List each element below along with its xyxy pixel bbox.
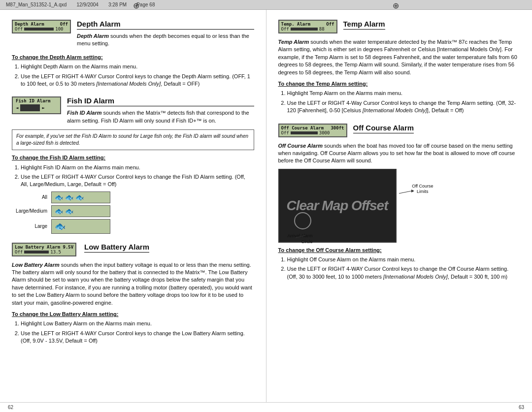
temp-widget-off: Off — [326, 22, 334, 27]
fish-arrow-left: ◄ — [16, 105, 18, 110]
temp-intl-note: [International Models Only] — [363, 107, 427, 113]
offcourse-widget-label: Off Course Alarm — [281, 126, 324, 130]
fish-all-icons: 🐟 🐟 🐟 — [51, 191, 110, 203]
fish-steps: Highlight Fish ID Alarm on the Alarms ma… — [21, 164, 254, 189]
offcourse-step-2: Use the LEFT or RIGHT 4-WAY Cursor Contr… — [287, 265, 521, 281]
off-course-title: Off Course Alarm — [353, 124, 414, 133]
reg-mark-right: ⊕ — [393, 1, 399, 10]
footer-right-page: 63 — [519, 405, 524, 410]
fish-large-row: Large 🐟 — [12, 219, 140, 234]
depth-alarm-title: Depth Alarm — [77, 20, 254, 30]
temp-bar — [291, 28, 318, 31]
temp-alarm-section: Temp. Alarm Off Off 88 Temp Alarm — [278, 20, 521, 115]
depth-alarm-widget: Depth Alarm Off Off 100 — [12, 20, 71, 33]
low-battery-intro: Low Battery Alarm sounds when the input … — [12, 261, 254, 307]
depth-widget-label: Depth Alarm — [15, 22, 44, 27]
offcourse-steps: Highlight Off Course Alarm on the Alarms… — [287, 256, 521, 281]
fish-largemedium-label: Large/Medium — [12, 208, 51, 214]
header-date: 12/9/2004 — [76, 2, 99, 7]
fish-icon-md2: 🐟 — [55, 207, 63, 215]
temp-step-1: Highlight Temp Alarm on the Alarms main … — [287, 90, 521, 97]
lowbat-step-1: Highlight Low Battery Alarm on the Alarm… — [21, 320, 254, 327]
low-battery-title: Low Battery Alarm — [84, 243, 149, 253]
fish-step-2: Use the LEFT or RIGHT 4-WAY Cursor Contr… — [21, 173, 254, 189]
depth-step-1: Highlight Depth Alarm on the Alarms main… — [21, 63, 254, 70]
fish-size-table: All 🐟 🐟 🐟 Large/Medium 🐟 🐟 — [12, 191, 140, 234]
depth-change-heading: To change the Depth Alarm setting: — [12, 54, 254, 61]
temp-intro-bold: Temp Alarm — [278, 39, 309, 45]
off-course-map-text: Clear Map Offset — [287, 198, 388, 214]
low-battery-widget: Low Battery Alarm 9.5V Off 13.5 — [12, 243, 76, 256]
offcourse-intro-bold: Off Course Alarm — [278, 143, 323, 149]
page-footer: 62 63 — [0, 402, 532, 412]
fish-icon-lg3: 🐟 — [55, 221, 66, 232]
offcourse-change-heading: To change the Off Course Alarm setting: — [278, 247, 521, 254]
lowbat-step-2: Use the LEFT or RIGHT 4-WAY Cursor Contr… — [21, 330, 254, 345]
fish-id-widget: Fish ID Alarm ◄ ► — [12, 96, 61, 114]
temp-change-heading: To change the Temp Alarm setting: — [278, 80, 521, 88]
lowbat-off: Off — [15, 250, 23, 254]
low-battery-section: Low Battery Alarm 9.5V Off 13.5 Low Batt… — [12, 243, 254, 345]
depth-bar — [24, 28, 54, 31]
fish-widget-label: Fish ID Alarm — [16, 98, 50, 103]
arrival-alarm-label: Arrival AlarmCircle — [287, 233, 312, 245]
fish-bar — [20, 104, 40, 111]
reg-mark-left: ⊕ — [133, 1, 139, 10]
page-header: M87_Man_531352-1_A.qxd 12/9/2004 3:28 PM… — [0, 0, 532, 10]
depth-alarm-intro-bold: Depth Alarm — [77, 33, 109, 39]
temp-bar-label: Off — [281, 27, 289, 32]
off-course-image-container: Clear Map Offset Off CourseLimits Arriva… — [278, 169, 397, 243]
off-course-intro: Off Course Alarm sounds when the boat ha… — [278, 142, 521, 165]
fish-icon-lg2: 🐟 — [65, 207, 73, 215]
temp-alarm-intro: Temp Alarm sounds when the water tempera… — [278, 38, 521, 76]
left-column: Depth Alarm Off Off 100 Depth Alarm Dept… — [0, 10, 266, 402]
depth-bar-label: Off — [15, 27, 23, 32]
page-container: M87_Man_531352-1_A.qxd 12/9/2004 3:28 PM… — [0, 0, 532, 412]
lowbat-value: 13.5 — [50, 250, 61, 254]
fish-change-heading: To change the Fish ID Alarm setting: — [12, 154, 254, 161]
depth-alarm-section: Depth Alarm Off Off 100 Depth Alarm Dept… — [12, 20, 254, 88]
temp-step-2: Use the LEFT or RIGHT 4-Way Cursor Contr… — [287, 99, 521, 115]
fish-id-title: Fish ID Alarm — [67, 96, 254, 106]
fish-all-row: All 🐟 🐟 🐟 — [12, 191, 140, 203]
fish-id-note-text: For example, if you've set the Fish ID A… — [16, 133, 248, 146]
depth-alarm-intro: Depth Alarm sounds when the depth become… — [77, 32, 254, 48]
offcourse-bar — [291, 131, 318, 134]
fish-icon-lg: 🐟 — [75, 193, 84, 201]
offcourse-value2: 3000 — [319, 130, 330, 135]
offcourse-off: Off — [281, 130, 289, 135]
depth-steps: Highlight Depth Alarm on the Alarms main… — [21, 63, 254, 88]
offcourse-step-1: Highlight Off Course Alarm on the Alarms… — [287, 256, 521, 263]
lowbat-rest: sounds when the input battery voltage is… — [12, 262, 252, 306]
fish-large-icons: 🐟 — [51, 219, 110, 234]
depth-step-2: Use the LEFT or RIGHT 4-WAY Cursor Contr… — [21, 73, 254, 88]
temp-intro-rest: sounds when the water temperature detect… — [278, 39, 517, 75]
header-time: 3:28 PM — [108, 2, 127, 7]
fish-id-note: For example, if you've set the Fish ID A… — [12, 129, 254, 150]
depth-value: 100 — [55, 27, 63, 32]
fish-largemedium-row: Large/Medium 🐟 🐟 — [12, 205, 140, 217]
fish-arrow-right: ► — [42, 105, 44, 110]
fish-id-section: Fish ID Alarm ◄ ► Fish ID Alarm Fish ID … — [12, 96, 254, 233]
fish-id-bold: Fish ID Alarm — [67, 110, 102, 116]
header-file: M87_Man_531352-1_A.qxd — [6, 2, 66, 7]
fish-largemedium-icons: 🐟 🐟 — [51, 205, 110, 217]
lowbat-change-heading: To change the Low Battery Alarm setting: — [12, 311, 254, 318]
off-course-widget: Off Course Alarm 300ft Off 3000 — [278, 124, 347, 137]
fish-icon-md: 🐟 — [65, 193, 73, 201]
temp-widget-label: Temp. Alarm — [281, 22, 311, 27]
lowbat-bold: Low Battery Alarm — [12, 262, 60, 268]
depth-widget-off: Off — [60, 22, 68, 27]
fish-icon-sm: 🐟 — [55, 193, 63, 201]
fish-all-label: All — [12, 194, 51, 200]
offcourse-value1: 300ft — [331, 126, 344, 130]
temp-alarm-widget: Temp. Alarm Off Off 88 — [278, 20, 337, 33]
content-area: Depth Alarm Off Off 100 Depth Alarm Dept… — [0, 10, 532, 402]
arrival-circle — [294, 212, 311, 229]
fish-large-label: Large — [12, 223, 51, 229]
off-course-limits-label: Off CourseLimits — [412, 184, 433, 195]
footer-left-page: 62 — [8, 405, 13, 410]
temp-steps: Highlight Temp Alarm on the Alarms main … — [287, 90, 521, 114]
fish-step-1: Highlight Fish ID Alarm on the Alarms ma… — [21, 164, 254, 171]
offcourse-intl-note: [International Models Only] — [383, 274, 448, 280]
